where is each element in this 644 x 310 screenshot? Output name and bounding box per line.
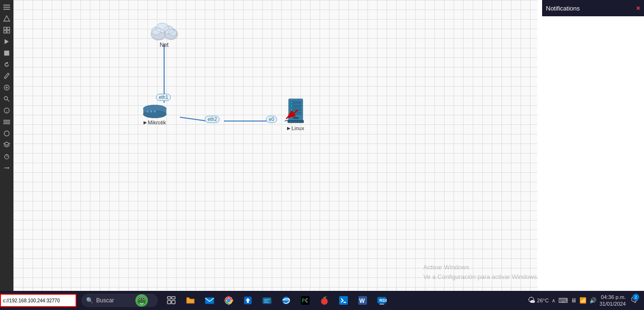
tray-time: 04:36 p.m. (601, 294, 626, 300)
sidebar-item-info[interactable]: i (1, 105, 12, 116)
sidebar-item-edit[interactable] (1, 71, 12, 81)
red-arrow (267, 105, 305, 126)
svg-point-13 (4, 97, 8, 100)
taskbar-icons: PC W RDP (163, 291, 390, 310)
svg-line-14 (7, 100, 9, 101)
cloud-label: Net (160, 42, 169, 48)
ide-button[interactable]: PC (297, 292, 314, 309)
svg-text:P: P (302, 298, 305, 303)
svg-point-91 (321, 298, 328, 305)
mail-button[interactable] (201, 292, 218, 309)
notification-button[interactable]: 🗨 2 (629, 293, 640, 308)
connections-svg (13, 0, 537, 291)
cloud-node[interactable]: Net (147, 19, 181, 48)
eth1-label[interactable]: eth1 (156, 94, 171, 101)
temperature: 26°C (537, 298, 549, 303)
svg-rect-0 (3, 5, 10, 6)
file-explorer-button[interactable] (182, 292, 199, 309)
sidebar-item-circle[interactable] (1, 128, 12, 139)
svg-marker-3 (4, 16, 10, 21)
sidebar-item-topology[interactable] (1, 13, 12, 24)
router-icon (142, 104, 168, 119)
sidebar-item-grid[interactable] (1, 25, 12, 35)
router-label: ▶ Mikrotik (144, 120, 166, 125)
tomato-button[interactable] (316, 292, 333, 309)
svg-text:i: i (6, 110, 7, 113)
svg-point-72 (139, 298, 141, 299)
taskbar: c://192.168.100.244:32770 🔍 Buscar (0, 291, 644, 310)
router-name: Mikrotik (148, 120, 166, 125)
sidebar-item-timer[interactable] (1, 151, 12, 162)
svg-rect-77 (172, 300, 175, 304)
remote-button[interactable]: RDP (373, 292, 390, 309)
svg-rect-9 (4, 51, 10, 56)
vscode-button[interactable] (335, 292, 352, 309)
svg-line-23 (7, 145, 10, 147)
svg-line-30 (180, 117, 207, 121)
sidebar-item-add[interactable] (1, 82, 12, 93)
tray-date: 31/01/2024 (600, 300, 626, 307)
svg-rect-74 (167, 297, 171, 299)
system-tray: 🌤 26°C ∧ ⌨ 🖥 📶 🔊 04:36 p.m. 31/01/2024 🗨… (528, 291, 644, 310)
sidebar-item-arrow[interactable] (1, 163, 12, 173)
canvas-area[interactable]: Net eth1 ▶ Mikrotik eth2 (13, 0, 537, 291)
sidebar-item-reload[interactable] (1, 59, 12, 70)
server-expand-icon[interactable]: ▶ (287, 126, 290, 131)
tray-icon-network[interactable]: 📶 (579, 297, 587, 304)
svg-marker-8 (5, 39, 9, 44)
search-icon: 🔍 (86, 297, 93, 304)
url-value: c://192.168.100.244:32770 (3, 298, 60, 303)
url-bar[interactable]: c://192.168.100.244:32770 (0, 294, 77, 307)
gns3-taskbar-button[interactable] (258, 292, 276, 309)
svg-point-81 (227, 299, 231, 302)
svg-rect-76 (167, 300, 171, 304)
svg-rect-17 (3, 120, 10, 121)
svg-marker-28 (8, 166, 10, 169)
edge-button[interactable] (278, 292, 295, 309)
sidebar: i (0, 0, 13, 291)
notifications-close-button[interactable]: × (636, 4, 640, 12)
eth2-label[interactable]: eth2 (205, 116, 220, 123)
svg-marker-21 (4, 142, 10, 145)
svg-text:C: C (305, 298, 308, 303)
task-view-button[interactable] (163, 292, 180, 309)
gns3-logo (135, 294, 148, 307)
svg-rect-19 (3, 123, 10, 124)
svg-rect-2 (3, 9, 10, 10)
router-expand-icon[interactable]: ▶ (144, 120, 147, 125)
notifications-panel: Notifications × (542, 0, 644, 16)
sidebar-item-layers[interactable] (1, 140, 12, 150)
svg-rect-78 (205, 298, 214, 304)
tray-clock[interactable]: 04:36 p.m. 31/01/2024 (600, 294, 626, 308)
red-arrow-svg (267, 105, 305, 124)
notifications-title: Notifications (546, 5, 580, 12)
word-button[interactable]: W (354, 292, 371, 309)
router-node[interactable]: ▶ Mikrotik (142, 104, 168, 125)
sidebar-item-search[interactable] (1, 94, 12, 104)
svg-rect-75 (172, 297, 175, 299)
svg-rect-7 (7, 31, 10, 33)
sidebar-item-stop[interactable] (1, 48, 12, 58)
tray-icon-1[interactable]: ⌨ (558, 297, 568, 304)
search-placeholder: Buscar (96, 297, 114, 304)
svg-point-73 (143, 298, 144, 299)
tray-icon-volume[interactable]: 🔊 (589, 297, 597, 304)
sidebar-item-list[interactable] (1, 117, 12, 127)
svg-rect-5 (7, 27, 10, 30)
weather-widget[interactable]: 🌤 26°C (528, 296, 549, 305)
chrome-button[interactable] (220, 292, 237, 309)
svg-text:RDP: RDP (379, 298, 387, 303)
app1-button[interactable] (239, 292, 256, 309)
sidebar-item-menu[interactable] (1, 2, 12, 12)
svg-point-60 (291, 102, 292, 103)
svg-line-26 (7, 156, 8, 157)
svg-text:W: W (359, 298, 365, 304)
weather-icon: 🌤 (528, 296, 535, 305)
gns3-icon[interactable] (133, 292, 150, 309)
svg-rect-4 (4, 27, 6, 30)
sidebar-item-start[interactable] (1, 36, 12, 47)
tray-icon-screen[interactable]: 🖥 (571, 297, 577, 304)
svg-rect-6 (4, 31, 6, 33)
svg-point-20 (4, 131, 10, 136)
tray-expand-icon[interactable]: ∧ (552, 298, 555, 304)
